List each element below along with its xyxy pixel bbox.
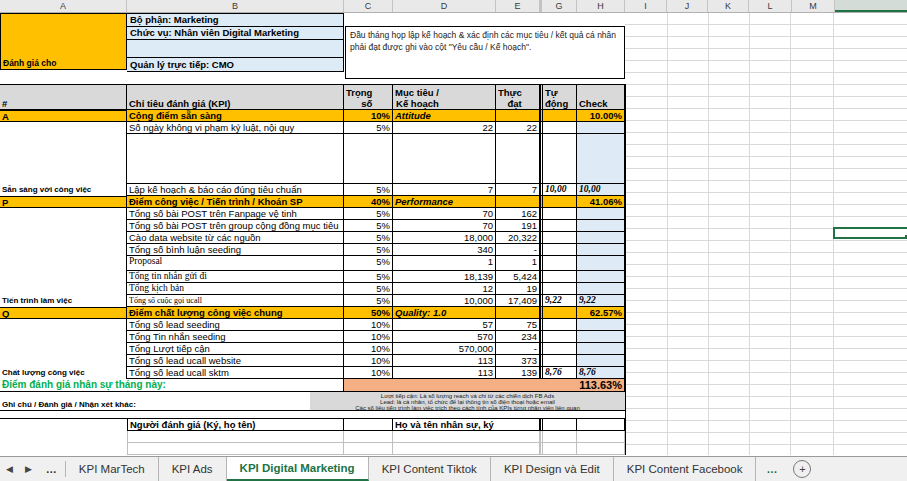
kpi-actual-cell[interactable] (496, 110, 540, 122)
kpi-target-cell[interactable]: 57 (393, 319, 496, 331)
header-check[interactable]: Check (577, 84, 625, 110)
kpi-auto-cell[interactable] (540, 244, 577, 256)
kpi-name-cell[interactable]: Tổng số bài POST trên group cộng đồng mụ… (127, 220, 344, 232)
kpi-auto-cell[interactable] (540, 220, 577, 232)
kpi-name-cell[interactable]: Điểm chất lượng công việc chung (127, 307, 344, 319)
empty-cell[interactable] (393, 431, 540, 443)
kpi-auto-cell[interactable] (540, 319, 577, 331)
kpi-weight-cell[interactable]: 5% (344, 283, 393, 295)
group-cell[interactable]: Tiến trình làm việc (0, 295, 127, 307)
kpi-target-cell[interactable]: 340 (393, 244, 496, 256)
active-cell-selection[interactable] (833, 227, 907, 239)
column-header[interactable]: M (792, 0, 835, 12)
header-auto[interactable]: Tự động (540, 84, 577, 110)
evaluator-sign-cell[interactable]: Người đánh giá (Ký, họ tên) (127, 419, 344, 431)
kpi-check-cell[interactable]: 41.06% (577, 196, 625, 208)
sheet-tab[interactable]: KPI Content Tiktok (369, 457, 491, 481)
kpi-weight-cell[interactable]: 5% (344, 244, 393, 256)
kpi-target-cell[interactable]: 70 (393, 208, 496, 220)
column-header[interactable]: J (667, 0, 708, 12)
empty-cell[interactable] (393, 443, 540, 455)
kpi-check-cell[interactable]: 8,76 (577, 367, 625, 379)
kpi-name-cell[interactable]: Tổng tin nhắn gửi đi (127, 271, 344, 283)
group-cell[interactable] (0, 271, 127, 283)
summary-value-cell[interactable]: 113.63% (344, 379, 625, 392)
empty-info-cell[interactable] (127, 40, 343, 58)
kpi-actual-cell[interactable]: - (496, 343, 540, 355)
header-target[interactable]: Mục tiêu / Kế hoạch (393, 84, 496, 110)
kpi-weight-cell[interactable]: 10% (344, 343, 393, 355)
kpi-auto-cell[interactable] (540, 343, 577, 355)
kpi-check-cell[interactable]: 62.57% (577, 307, 625, 319)
empty-cell[interactable] (540, 419, 577, 431)
column-header[interactable]: C (344, 0, 393, 12)
empty-cell[interactable] (540, 431, 577, 443)
kpi-actual-cell[interactable]: 191 (496, 220, 540, 232)
group-cell[interactable] (0, 319, 127, 331)
kpi-actual-cell[interactable]: 17,409 (496, 295, 540, 307)
header-kpi[interactable]: Chỉ tiêu đánh giá (KPI) (127, 84, 344, 110)
kpi-name-cell[interactable]: Tổng kịch bản (127, 283, 344, 295)
group-cell[interactable] (0, 256, 127, 271)
kpi-weight-cell[interactable]: 5% (344, 256, 393, 271)
kpi-name-cell[interactable] (127, 134, 344, 184)
kpi-name-cell[interactable]: Tổng Lượt tiếp cận (127, 343, 344, 355)
kpi-target-cell[interactable]: 570 (393, 331, 496, 343)
kpi-name-cell[interactable]: Tổng số cuộc gọi ucall (127, 295, 344, 307)
kpi-weight-cell[interactable]: 10% (344, 110, 393, 122)
kpi-actual-cell[interactable]: 139 (496, 367, 540, 379)
group-cell[interactable] (0, 208, 127, 220)
kpi-actual-cell[interactable]: 22 (496, 122, 540, 134)
kpi-weight-cell[interactable]: 10% (344, 331, 393, 343)
kpi-weight-cell[interactable]: 5% (344, 208, 393, 220)
kpi-auto-cell[interactable] (540, 122, 577, 134)
kpi-target-cell[interactable]: 22 (393, 122, 496, 134)
kpi-check-cell[interactable] (577, 319, 625, 331)
kpi-check-cell[interactable]: 10,00 (577, 184, 625, 196)
kpi-auto-cell[interactable] (540, 283, 577, 295)
kpi-target-cell[interactable]: Performance (393, 196, 496, 208)
plan-note-cell[interactable]: Đầu tháng họp lập kế hoạch & xác định cá… (345, 26, 625, 79)
kpi-weight-cell[interactable]: 5% (344, 122, 393, 134)
group-cell[interactable] (0, 343, 127, 355)
kpi-target-cell[interactable]: 18,139 (393, 271, 496, 283)
kpi-actual-cell[interactable]: - (496, 244, 540, 256)
kpi-actual-cell[interactable]: 1 (496, 256, 540, 271)
kpi-check-cell[interactable] (577, 244, 625, 256)
kpi-target-cell[interactable]: Quality: 1.0 (393, 307, 496, 319)
kpi-auto-cell[interactable] (540, 196, 577, 208)
kpi-target-cell[interactable]: Attitude (393, 110, 496, 122)
empty-cell[interactable] (344, 419, 393, 431)
group-cell[interactable]: Chất lượng công việc (0, 367, 127, 379)
column-header-selected[interactable] (835, 0, 907, 12)
kpi-auto-cell[interactable] (540, 331, 577, 343)
kpi-target-cell[interactable] (393, 134, 496, 184)
kpi-weight-cell[interactable]: 40% (344, 196, 393, 208)
group-cell[interactable] (0, 355, 127, 367)
column-header[interactable]: K (708, 0, 749, 12)
kpi-actual-cell[interactable] (496, 134, 540, 184)
group-cell[interactable] (0, 283, 127, 295)
add-sheet-button[interactable]: + (793, 460, 811, 478)
department-cell[interactable]: Bộ phận: Marketing (127, 14, 343, 27)
empty-cell[interactable] (577, 431, 625, 443)
column-header[interactable]: L (749, 0, 792, 12)
kpi-weight-cell[interactable]: 5% (344, 295, 393, 307)
kpi-weight-cell[interactable]: 10% (344, 367, 393, 379)
tab-overflow-left[interactable]: … (38, 457, 65, 481)
tab-scroll-right-icon[interactable]: ▶ (25, 464, 32, 474)
kpi-actual-cell[interactable]: 19 (496, 283, 540, 295)
kpi-name-cell[interactable]: Proposal (127, 256, 344, 271)
kpi-actual-cell[interactable]: 373 (496, 355, 540, 367)
empty-cell[interactable] (344, 431, 393, 443)
kpi-check-cell[interactable]: 9,22 (577, 295, 625, 307)
kpi-check-cell[interactable] (577, 134, 625, 184)
kpi-check-cell[interactable]: 10.00% (577, 110, 625, 122)
kpi-target-cell[interactable]: 113 (393, 355, 496, 367)
kpi-check-cell[interactable] (577, 208, 625, 220)
kpi-auto-cell[interactable] (540, 256, 577, 271)
group-cell[interactable] (0, 220, 127, 232)
kpi-name-cell[interactable]: Tổng số lead seeding (127, 319, 344, 331)
kpi-weight-cell[interactable]: 5% (344, 271, 393, 283)
kpi-name-cell[interactable]: Tổng Tin nhắn seeding (127, 331, 344, 343)
